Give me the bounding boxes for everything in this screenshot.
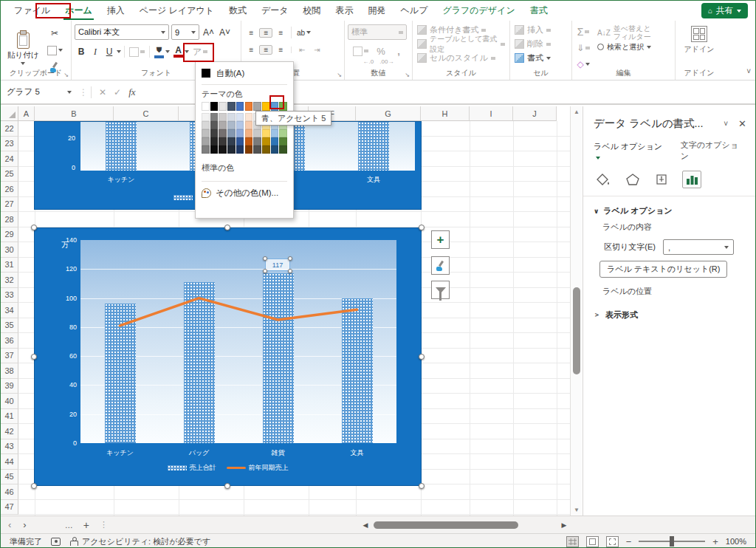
borders-button[interactable] bbox=[128, 44, 146, 59]
column-header-I[interactable]: I bbox=[470, 106, 513, 121]
theme-color-swatch-1[interactable] bbox=[210, 102, 219, 111]
row-header-26[interactable]: 26 bbox=[1, 182, 18, 197]
decrease-indent-button[interactable]: ⇤ bbox=[295, 46, 309, 54]
theme-color-swatch-9[interactable] bbox=[279, 102, 287, 111]
addins-button[interactable]: アドイン bbox=[678, 23, 720, 55]
hscroll-right-icon[interactable]: ▶ bbox=[559, 521, 569, 529]
theme-color-swatch-7[interactable] bbox=[262, 102, 270, 111]
variant-swatch-1-2[interactable] bbox=[219, 121, 227, 129]
horizontal-scroll-thumb[interactable] bbox=[374, 521, 518, 529]
variant-swatch-3-1[interactable] bbox=[210, 137, 219, 145]
grow-font-button[interactable]: A˄ bbox=[202, 25, 216, 40]
row-header-46[interactable]: 46 bbox=[1, 484, 18, 500]
clipboard-dialog-launcher[interactable]: ↘ bbox=[63, 72, 69, 78]
row-header-23[interactable]: 23 bbox=[1, 137, 18, 152]
row-header-29[interactable]: 29 bbox=[1, 227, 18, 243]
chart-selection-handle[interactable] bbox=[31, 225, 37, 230]
fill-color-button[interactable]: ⛊ bbox=[153, 44, 171, 59]
label-options-chart-icon[interactable] bbox=[682, 171, 701, 188]
chart-selection-handle[interactable] bbox=[419, 483, 425, 489]
variant-swatch-4-2[interactable] bbox=[219, 145, 227, 154]
fill-bucket-icon[interactable] bbox=[594, 171, 613, 188]
chart-elements-button[interactable]: + bbox=[431, 230, 450, 249]
variant-swatch-4-5[interactable] bbox=[245, 145, 253, 154]
ribbon-tab-ヘルプ[interactable]: ヘルプ bbox=[394, 1, 436, 21]
hscroll-left-icon[interactable]: ◀ bbox=[360, 521, 371, 529]
sheet-next-icon[interactable]: › bbox=[23, 519, 26, 530]
row-header-47[interactable]: 47 bbox=[1, 500, 18, 516]
variant-swatch-3-8[interactable] bbox=[271, 137, 279, 145]
row-header-31[interactable]: 31 bbox=[1, 258, 18, 273]
reset-label-text-button[interactable]: ラベル テキストのリセット(R) bbox=[599, 261, 727, 278]
variant-swatch-2-2[interactable] bbox=[219, 129, 227, 137]
delete-cells-button[interactable]: 削除 bbox=[513, 37, 568, 51]
ribbon-tab-ホーム[interactable]: ホーム bbox=[58, 1, 100, 21]
chart-legend[interactable]: 売上合計前年同期売上 bbox=[35, 463, 421, 473]
upper-bar-0[interactable] bbox=[106, 122, 137, 171]
chart-selection-handle[interactable] bbox=[31, 354, 37, 360]
row-header-38[interactable]: 38 bbox=[1, 363, 18, 379]
variant-swatch-0-0[interactable] bbox=[202, 113, 210, 121]
ribbon-tab-書式[interactable]: 書式 bbox=[523, 1, 555, 21]
variant-swatch-4-4[interactable] bbox=[236, 145, 244, 154]
row-header-36[interactable]: 36 bbox=[1, 333, 18, 349]
chart-filters-button[interactable] bbox=[431, 281, 450, 299]
column-header-H[interactable]: H bbox=[421, 106, 470, 121]
row-header-30[interactable]: 30 bbox=[1, 242, 18, 258]
comma-style-button[interactable]: , bbox=[392, 44, 405, 58]
size-properties-icon[interactable] bbox=[653, 171, 672, 188]
cut-button[interactable]: ✂ bbox=[46, 26, 64, 41]
column-header-C[interactable]: C bbox=[114, 106, 179, 121]
selected-combo-chart[interactable]: 万 140120100806040200 キッチンバッグ雑貨文具 売上合計前年同… bbox=[34, 227, 422, 486]
shrink-font-button[interactable]: A˅ bbox=[218, 25, 232, 40]
ribbon-tab-校閲[interactable]: 校閲 bbox=[296, 1, 329, 21]
bold-button[interactable]: B bbox=[75, 44, 88, 59]
row-header-34[interactable]: 34 bbox=[1, 303, 18, 318]
underline-button[interactable]: U bbox=[103, 44, 116, 59]
macro-record-button[interactable] bbox=[51, 538, 61, 546]
line-series[interactable] bbox=[80, 240, 396, 443]
row-header-42[interactable]: 42 bbox=[1, 424, 18, 439]
theme-color-swatch-0[interactable] bbox=[202, 102, 210, 111]
fill-button[interactable]: ⇓ bbox=[575, 41, 591, 55]
label-options-section[interactable]: ∨ラベル オプション bbox=[583, 196, 756, 219]
variant-swatch-4-8[interactable] bbox=[271, 145, 279, 154]
automatic-color-item[interactable]: 自動(A) bbox=[202, 65, 287, 81]
align-bottom-button[interactable]: ≡ bbox=[274, 29, 287, 37]
variant-swatch-3-4[interactable] bbox=[236, 137, 244, 145]
variant-swatch-3-9[interactable] bbox=[279, 137, 287, 145]
percent-style-button[interactable]: % bbox=[374, 44, 388, 58]
accessibility-status[interactable]: アクセシビリティ: 検討が必要です bbox=[69, 536, 210, 547]
autosum-button[interactable]: Σ bbox=[575, 24, 591, 39]
row-header-40[interactable]: 40 bbox=[1, 394, 18, 409]
variant-swatch-0-3[interactable] bbox=[227, 113, 236, 121]
more-colors-item[interactable]: その他の色(M)... bbox=[202, 185, 287, 201]
variant-swatch-2-6[interactable] bbox=[253, 129, 261, 137]
theme-color-swatch-5[interactable] bbox=[245, 102, 253, 111]
row-header-35[interactable]: 35 bbox=[1, 318, 18, 334]
column-header-J[interactable]: J bbox=[513, 106, 557, 121]
chart-selection-handle[interactable] bbox=[224, 225, 230, 230]
decrease-decimal-button[interactable]: .00→ bbox=[379, 58, 394, 65]
variant-swatch-2-1[interactable] bbox=[210, 129, 219, 137]
variant-swatch-3-2[interactable] bbox=[219, 137, 227, 145]
format-as-table-button[interactable]: テーブルとして書式設定 bbox=[416, 37, 506, 51]
number-format-section[interactable]: ＞表示形式 bbox=[583, 299, 756, 323]
share-button[interactable]: ⌂ 共有 bbox=[701, 3, 748, 18]
zoom-slider[interactable] bbox=[639, 541, 705, 542]
add-sheet-icon[interactable]: + bbox=[83, 519, 89, 531]
column-header-G[interactable]: G bbox=[356, 106, 421, 121]
insert-function-icon[interactable]: fx bbox=[128, 86, 135, 98]
align-left-button[interactable]: ≡ bbox=[244, 46, 258, 54]
align-center-button[interactable]: ≡ bbox=[259, 45, 272, 55]
align-top-button[interactable]: ≡ bbox=[244, 29, 258, 37]
theme-color-swatch-4[interactable] bbox=[236, 102, 244, 111]
number-format-combo[interactable]: 標準 bbox=[348, 24, 407, 40]
variant-swatch-2-7[interactable] bbox=[262, 129, 270, 137]
variant-swatch-0-4[interactable] bbox=[236, 113, 244, 121]
row-header-33[interactable]: 33 bbox=[1, 288, 18, 304]
ribbon-tab-開発[interactable]: 開発 bbox=[361, 1, 394, 21]
variant-swatch-3-7[interactable] bbox=[262, 137, 270, 145]
insert-cells-button[interactable]: 挿入 bbox=[513, 23, 568, 37]
vertical-scrollbar[interactable]: ▲ ▼ bbox=[570, 106, 582, 516]
